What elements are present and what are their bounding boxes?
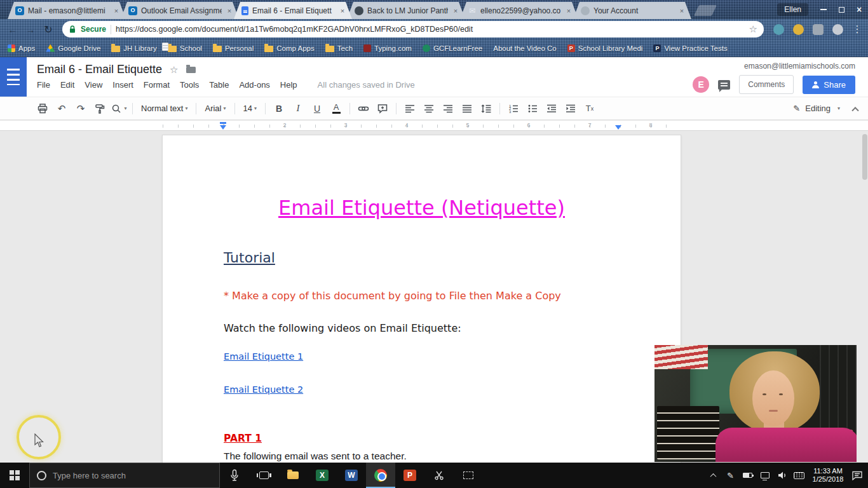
email-etiquette-2-link[interactable]: Email Etiquette 2 [224, 384, 303, 395]
align-right-icon[interactable] [440, 100, 456, 117]
tab-outlook-mail[interactable]: Mail - emason@littlemi × [8, 2, 126, 19]
clear-formatting-icon[interactable]: Tx [581, 100, 598, 117]
start-button[interactable] [0, 463, 29, 488]
align-justify-icon[interactable] [459, 100, 475, 117]
avatar[interactable]: E [693, 76, 709, 93]
bookmark-apps[interactable]: Apps [8, 44, 35, 52]
underline-icon[interactable]: U [309, 100, 325, 117]
word-button[interactable]: W [337, 463, 366, 488]
snip-region-button[interactable] [454, 463, 483, 488]
taskbar-clock[interactable]: 11:33 AM 1/25/2018 [808, 467, 848, 484]
bulleted-list-icon[interactable] [524, 100, 541, 117]
tab-close-icon[interactable]: × [452, 7, 459, 15]
extension-icon[interactable] [793, 24, 804, 35]
bookmark-gcflearnfree[interactable]: GCFLearnFree [423, 44, 482, 52]
bookmark-about-video[interactable]: About the Video Co [493, 44, 557, 52]
tab-close-icon[interactable]: × [565, 7, 573, 15]
menu-format[interactable]: Format [144, 80, 170, 90]
comments-button[interactable]: Comments [739, 75, 794, 94]
volume-tray-icon[interactable] [773, 463, 790, 488]
bookmark-jh-library[interactable]: JH Library [111, 44, 156, 52]
snipping-tool-button[interactable] [424, 463, 454, 488]
print-icon[interactable] [34, 100, 51, 117]
left-indent-marker[interactable] [220, 125, 226, 130]
bookmark-practice-tests[interactable]: View Practice Tests [653, 44, 727, 52]
menu-view[interactable]: View [85, 80, 102, 90]
bookmark-tech[interactable]: Tech [325, 44, 353, 52]
document-title[interactable]: Email 6 - Email Etiquette [37, 63, 162, 76]
menu-help[interactable]: Help [280, 80, 297, 90]
font-size-select[interactable]: 14▾ [239, 100, 261, 117]
touch-keyboard-icon[interactable] [790, 463, 808, 488]
back-icon[interactable]: ← [5, 24, 20, 35]
tab-close-icon[interactable]: × [339, 7, 346, 15]
extension-icon[interactable] [832, 24, 843, 35]
bookmark-school-library[interactable]: School Library Medi [567, 44, 643, 52]
battery-tray-icon[interactable] [739, 463, 756, 488]
tab-close-icon[interactable]: × [678, 7, 686, 15]
tab-close-icon[interactable]: × [112, 7, 120, 15]
bookmark-personal[interactable]: Personal [213, 44, 254, 52]
window-minimize-button[interactable] [815, 0, 832, 19]
move-to-folder-icon[interactable] [186, 67, 196, 73]
line-spacing-icon[interactable] [478, 100, 494, 117]
italic-icon[interactable]: I [290, 100, 306, 117]
bookmark-google-drive[interactable]: Google Drive [46, 44, 100, 52]
increase-indent-icon[interactable] [562, 100, 579, 117]
bookmark-comp-apps[interactable]: Comp Apps [264, 44, 314, 52]
menu-table[interactable]: Table [209, 80, 229, 90]
reload-icon[interactable]: ↻ [41, 24, 56, 36]
star-document-icon[interactable]: ☆ [170, 64, 178, 76]
excel-button[interactable]: X [308, 463, 337, 488]
tab-email-etiquette-active[interactable]: Email 6 - Email Etiquett × [234, 2, 352, 19]
redo-icon[interactable]: ↷ [72, 100, 89, 117]
tab-close-icon[interactable]: × [226, 7, 233, 15]
paragraph-style-select[interactable]: Normal text▾ [137, 100, 192, 117]
file-explorer-button[interactable] [278, 463, 308, 488]
menu-file[interactable]: File [37, 80, 50, 90]
bookmark-star-icon[interactable]: ☆ [749, 24, 757, 35]
browser-profile-button[interactable]: Ellen [777, 3, 808, 16]
zoom-icon[interactable]: ▾ [111, 100, 127, 117]
address-bar[interactable]: Secure https://docs.google.com/document/… [62, 21, 764, 37]
chrome-button[interactable] [366, 463, 395, 488]
numbered-list-icon[interactable]: 123 [505, 100, 522, 117]
font-select[interactable]: Arial▾ [200, 100, 230, 117]
ruler[interactable]: 1 2 3 4 5 6 7 8 [0, 121, 868, 131]
decrease-indent-icon[interactable] [543, 100, 560, 117]
chrome-menu-icon[interactable]: ⋮ [851, 24, 863, 35]
extension-icon[interactable] [773, 24, 784, 35]
tab-yahoo-mail[interactable]: ✉ elleno22599@yahoo.co × [460, 2, 578, 19]
text-color-icon[interactable]: A [328, 100, 344, 117]
tab-lm-junior-panthers[interactable]: Back to LM Junior Panth × [347, 2, 465, 19]
menu-tools[interactable]: Tools [180, 80, 199, 90]
document-page[interactable]: Email Etiquette (Netiquette) Tutorial * … [162, 135, 681, 463]
tray-expand-button[interactable] [705, 463, 722, 488]
align-left-icon[interactable] [402, 100, 418, 117]
right-indent-marker[interactable] [615, 125, 621, 130]
email-etiquette-1-link[interactable]: Email Etiquette 1 [224, 351, 303, 362]
window-maximize-button[interactable] [832, 0, 850, 19]
share-button[interactable]: Share [803, 76, 855, 94]
menu-addons[interactable]: Add-ons [239, 80, 269, 90]
insert-comment-icon[interactable] [374, 100, 391, 117]
network-tray-icon[interactable] [756, 463, 773, 488]
align-center-icon[interactable] [421, 100, 437, 117]
bold-icon[interactable]: B [271, 100, 287, 117]
tab-outlook-assignment[interactable]: Outlook Email Assignme × [121, 2, 239, 19]
undo-icon[interactable]: ↶ [53, 100, 70, 117]
forward-icon[interactable]: → [23, 24, 38, 35]
collapse-toolbar-icon[interactable] [853, 106, 858, 111]
bookmark-typing[interactable]: Typing.com [363, 44, 412, 52]
editing-mode-select[interactable]: ✎Editing▾ [793, 104, 840, 113]
docs-home-button[interactable] [0, 57, 27, 97]
first-line-indent-marker[interactable] [220, 122, 226, 124]
url-text[interactable]: https://docs.google.com/document/d/1a1Tw… [116, 25, 745, 34]
insert-link-icon[interactable] [355, 100, 372, 117]
menu-insert[interactable]: Insert [112, 80, 133, 90]
powerpoint-button[interactable]: P [395, 463, 424, 488]
new-tab-button[interactable] [694, 5, 717, 16]
scrollbar-thumb[interactable] [862, 134, 867, 180]
extension-icon[interactable] [813, 24, 824, 35]
pen-tray-icon[interactable]: ✎ [722, 463, 739, 488]
